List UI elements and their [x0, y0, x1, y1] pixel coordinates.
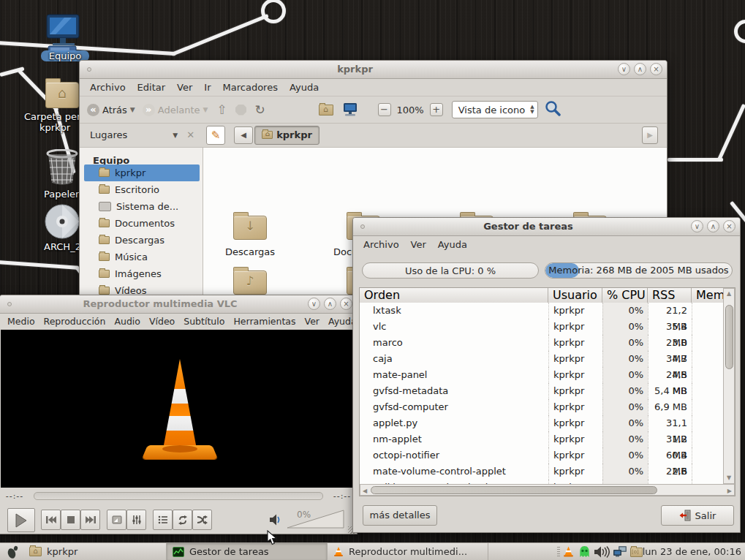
column-memo[interactable]: Memo	[692, 288, 723, 303]
forward-button[interactable]: » Adelante ▼	[138, 104, 213, 116]
vlc-video-area[interactable]	[1, 330, 356, 488]
menu-archivo[interactable]: Archivo	[358, 237, 405, 252]
back-dropdown-icon[interactable]: ▼	[130, 106, 135, 113]
menu-ayuda[interactable]: Ayuda	[284, 80, 325, 95]
scroll-left-icon[interactable]: ◀	[363, 488, 367, 495]
places-label[interactable]: Lugares	[80, 129, 127, 140]
folder-descargas-label[interactable]: Descargas	[206, 246, 294, 257]
file-manager-titlebar[interactable]: kprkpr ∨ ∧ ×	[80, 61, 667, 79]
playlist-button[interactable]	[153, 510, 173, 530]
column-usuario[interactable]: Usuario	[548, 288, 602, 303]
breadcrumb[interactable]: ⌂ kprkpr	[254, 126, 319, 145]
edit-location-button[interactable]: ✎	[206, 126, 225, 145]
seek-slider[interactable]	[34, 492, 323, 500]
menu-medio[interactable]: Medio	[3, 314, 39, 329]
tray-volume-icon[interactable]	[594, 545, 610, 560]
more-details-button[interactable]: más detalles	[363, 505, 437, 526]
refresh-button[interactable]: ↻	[251, 102, 270, 117]
tray-network-icon[interactable]	[613, 545, 627, 560]
menu-ver[interactable]: Ver	[171, 80, 198, 95]
process-row[interactable]: nm-appletkprkpr0%31,2 MB	[360, 431, 723, 447]
home-button[interactable]: ⌂	[315, 105, 337, 116]
sidebar-item-kprkpr[interactable]: kprkpr	[84, 164, 200, 181]
menu-ver[interactable]: Ver	[300, 314, 324, 329]
vertical-scrollbar[interactable]: ▲ ▼	[723, 288, 735, 484]
minimize-button[interactable]: ∨	[691, 220, 703, 232]
taskbar-window-vlc[interactable]: Reproductor multimedi...	[328, 543, 488, 560]
stop-button[interactable]	[61, 510, 80, 530]
equalizer-button[interactable]	[126, 510, 146, 530]
mute-button[interactable]	[269, 513, 284, 529]
back-button[interactable]: « Atrás ▼	[80, 104, 138, 116]
process-row[interactable]: mate-panelkprkpr0%24,5 MB	[360, 367, 723, 383]
view-mode-select[interactable]: Vista de icono ▲▼	[452, 101, 538, 118]
previous-button[interactable]	[41, 510, 61, 530]
window-menu-dot-icon[interactable]	[7, 302, 12, 306]
computer-button[interactable]	[337, 102, 363, 117]
search-button[interactable]	[544, 100, 561, 120]
volume-slider[interactable]: 0%	[287, 509, 345, 529]
close-button[interactable]: ×	[723, 220, 735, 232]
menu-subtitulo[interactable]: Subtítulo	[179, 314, 229, 329]
zoom-out-button[interactable]: −	[378, 103, 391, 116]
process-row[interactable]: lxtaskkprkpr0%21,2 MB	[360, 303, 723, 319]
loop-button[interactable]	[173, 510, 192, 530]
menu-ir[interactable]: Ir	[198, 80, 216, 95]
menu-button[interactable]	[3, 544, 22, 560]
column-orden[interactable]: Orden	[360, 288, 548, 303]
sidebar-item-musica[interactable]: Música	[84, 249, 200, 265]
process-row[interactable]: mate-volume-control-appletkprkpr0%22,6 M…	[360, 463, 723, 480]
process-row[interactable]: cajakprkpr0%34,7 MB	[360, 351, 723, 367]
sidebar-item-escritorio[interactable]: Escritorio	[84, 181, 200, 198]
column-rss[interactable]: RSS	[648, 288, 692, 303]
tray-desktop-icon[interactable]: [o]	[630, 546, 643, 560]
process-row[interactable]: applet.pykprkpr0%31,1 MB	[360, 415, 723, 431]
taskbar-window-kprkpr[interactable]: ⌂ kprkpr	[23, 543, 167, 560]
horizontal-scrollbar[interactable]: ◀ ▶	[360, 484, 735, 496]
process-row[interactable]: vlckprkpr0%35,4 MB	[360, 319, 723, 335]
process-row[interactable]: marcokprkpr0%23,0 MB	[360, 335, 723, 351]
clock[interactable]: lun 23 de ene, 00:16	[643, 543, 741, 560]
scroll-right-icon[interactable]: ▶	[727, 488, 732, 495]
menu-reproduccion[interactable]: Reproducción	[39, 314, 110, 329]
column-cpu[interactable]: % CPU ▼	[602, 288, 648, 303]
minimize-button[interactable]: ∨	[618, 63, 630, 75]
menu-editar[interactable]: Editar	[132, 80, 172, 95]
maximize-button[interactable]: ∧	[324, 298, 336, 310]
breadcrumb-left-button[interactable]: ◀	[234, 126, 253, 144]
process-row[interactable]: gvfsd-computerkprkpr0%6,9 MB	[360, 399, 723, 415]
menu-marcadores[interactable]: Marcadores	[217, 80, 284, 95]
tray-octopi-icon[interactable]	[578, 545, 591, 560]
sidebar-item-sistema[interactable]: Sistema de...	[84, 198, 200, 215]
zoom-in-button[interactable]: +	[430, 103, 443, 116]
vertical-scroll-thumb[interactable]	[725, 305, 733, 369]
quit-button[interactable]: Salir	[661, 505, 734, 526]
fullscreen-button[interactable]	[107, 510, 126, 530]
stop-button[interactable]	[232, 105, 251, 116]
folder-musica[interactable]: ♪	[233, 270, 267, 295]
window-menu-dot-icon[interactable]	[360, 224, 365, 229]
close-button[interactable]: ×	[650, 63, 662, 75]
places-close-icon[interactable]: ✕	[186, 129, 194, 140]
taskbar-window-gestor[interactable]: Gestor de tareas	[167, 543, 328, 560]
process-row[interactable]: gvfsd-metadatakprkpr0%5,4 MB	[360, 383, 723, 399]
sidebar-item-descargas[interactable]: Descargas	[84, 232, 200, 249]
shuffle-button[interactable]	[192, 510, 212, 530]
up-button[interactable]: ⇧	[213, 102, 232, 117]
window-menu-dot-icon[interactable]	[87, 67, 91, 72]
folder-descargas[interactable]: ↓	[233, 216, 267, 240]
sidebar-item-imagenes[interactable]: Imágenes	[84, 265, 200, 282]
menu-audio[interactable]: Audio	[110, 314, 145, 329]
maximize-button[interactable]: ∧	[634, 63, 646, 75]
menu-archivo[interactable]: Archivo	[84, 80, 132, 95]
task-manager-titlebar[interactable]: Gestor de tareas ∨ ∧ ×	[353, 218, 740, 236]
menu-ayuda[interactable]: Ayuda	[432, 237, 473, 252]
desktop-icon-computer[interactable]	[42, 13, 83, 56]
maximize-button[interactable]: ∧	[707, 220, 719, 232]
close-button[interactable]: ×	[340, 298, 352, 310]
tray-vlc-icon[interactable]	[563, 545, 574, 560]
process-row[interactable]: octopi-notifierkprkpr0%60,4 MB	[360, 447, 723, 463]
horizontal-scroll-thumb[interactable]	[371, 486, 657, 494]
scroll-up-icon[interactable]: ▲	[724, 290, 734, 298]
scroll-down-icon[interactable]: ▼	[724, 474, 734, 482]
